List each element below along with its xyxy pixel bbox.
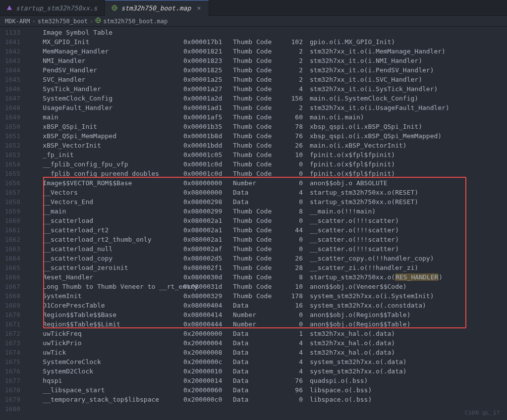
svg-marker-0	[7, 5, 12, 10]
table-row[interactable]: Region$$Table$$Base0x08000414Number0anon…	[27, 310, 507, 319]
search-match: RES_HANDLER	[395, 273, 439, 281]
table-row[interactable]: uwTickFreq0x20000000Data1stm32h7xx_hal.o…	[27, 329, 507, 338]
tab-label: startup_stm32h750xx.s	[16, 4, 97, 12]
editor[interactable]: 1133164116421643164416451646164716481649…	[0, 27, 507, 420]
table-row[interactable]: _fp_init0x00001c05Thumb Code10fpinit.o(x…	[27, 150, 507, 159]
breadcrumb-item[interactable]: MDK-ARM	[5, 18, 30, 25]
table-row[interactable]: __scatterload_zeroinit0x080002f1Thumb Co…	[27, 263, 507, 272]
table-row[interactable]: Image$$VECTOR_ROM$$Base0x08000000Number0…	[27, 178, 507, 188]
sticky-scroll-line[interactable]: Image Symbol Table	[27, 28, 507, 37]
table-row[interactable]: xBSP_VectorInit0x00001bddThumb Code26mai…	[27, 141, 507, 150]
table-row[interactable]: __libspace_start0x20000060Data96libspace…	[27, 385, 507, 395]
table-row[interactable]: __scatterload_rt2_thumb_only0x080002a1Th…	[27, 235, 507, 244]
table-row[interactable]: xBSP_QSpi_MemMapped0x00001b8dThumb Code7…	[27, 131, 507, 141]
table-row[interactable]: PendSV_Handler0x00001825Thumb Code2stm32…	[27, 65, 507, 75]
map-file-icon	[111, 4, 118, 11]
chevron-right-icon: ›	[90, 18, 93, 25]
asm-file-icon	[6, 4, 13, 11]
table-row[interactable]: Region$$Table$$Limit0x08000444Number0ano…	[27, 319, 507, 329]
watermark: CSDN @L_17	[465, 410, 500, 416]
table-row[interactable]: MemManage_Handler0x00001821Thumb Code2st…	[27, 47, 507, 56]
table-row[interactable]: MX_GPIO_Init0x000017b1Thumb Code102gpio.…	[27, 37, 507, 47]
table-row[interactable]: Long Thumb to Thumb Veneer to __rt_entry…	[27, 282, 507, 291]
tab-label: stm32h750_boot.map	[121, 4, 191, 12]
breadcrumb: MDK-ARM › stm32h750_boot › stm32h750_boo…	[0, 16, 507, 27]
table-row[interactable]: SystemCoreClock0x2000000cData4system_stm…	[27, 357, 507, 367]
table-row[interactable]: SystemClock_Config0x00001a2dThumb Code15…	[27, 94, 507, 103]
line-gutter: 1133164116421643164416451646164716481649…	[0, 27, 27, 420]
tab-startup-s[interactable]: startup_stm32h750xx.s	[0, 0, 105, 16]
breadcrumb-item[interactable]: stm32h750_boot	[38, 18, 88, 25]
tab-bar: startup_stm32h750xx.s stm32h750_boot.map…	[0, 0, 507, 16]
table-row[interactable]: NMI_Handler0x00001823Thumb Code2stm32h7x…	[27, 56, 507, 65]
table-row[interactable]: __main0x08000299Thumb Code8__main.o(!!!m…	[27, 207, 507, 216]
table-row[interactable]: __scatterload_rt20x080002a1Thumb Code44_…	[27, 225, 507, 235]
table-row[interactable]: SystemD2Clock0x20000010Data4system_stm32…	[27, 367, 507, 376]
breadcrumb-item[interactable]: stm32h750_boot.map	[103, 18, 168, 25]
table-row[interactable]: uwTick0x20000008Data4stm32h7xx_hal.o(.da…	[27, 348, 507, 357]
table-row[interactable]: UsageFault_Handler0x00001ad1Thumb Code2s…	[27, 103, 507, 112]
table-row[interactable]: hqspi0x20000014Data76quadspi.o(.bss)	[27, 376, 507, 385]
table-row[interactable]: SystemInit0x08000329Thumb Code178system_…	[27, 291, 507, 301]
table-row[interactable]: __scatterload_copy0x080002d5Thumb Code26…	[27, 254, 507, 263]
table-row[interactable]: __scatterload0x080002a1Thumb Code0__scat…	[27, 216, 507, 225]
table-row[interactable]: __Vectors0x08000000Data4startup_stm32h75…	[27, 188, 507, 197]
table-row[interactable]: uwTickPrio0x20000004Data4stm32h7xx_hal.o…	[27, 338, 507, 348]
table-row[interactable]: xBSP_QSpi_Init0x00001b35Thumb Code78xbsp…	[27, 122, 507, 131]
table-row[interactable]: Reset_Handler0x0800030dThumb Code8startu…	[27, 272, 507, 282]
code-area[interactable]: Image Symbol Table MX_GPIO_Init0x000017b…	[27, 27, 507, 420]
chevron-right-icon: ›	[32, 18, 36, 25]
table-row[interactable]: __scatterload_null0x080002afThumb Code0_…	[27, 244, 507, 254]
close-icon[interactable]: ×	[197, 4, 201, 12]
table-row[interactable]: __Vectors_End0x08000298Data0startup_stm3…	[27, 197, 507, 207]
map-file-icon	[95, 17, 101, 25]
table-row[interactable]: main0x00001af5Thumb Code60main.o(i.main)	[27, 112, 507, 122]
table-row[interactable]: __fplib_config_pureend_doubles0x00001c0d…	[27, 169, 507, 178]
table-row[interactable]: SVC_Handler0x00001a25Thumb Code2stm32h7x…	[27, 75, 507, 84]
tab-boot-map[interactable]: stm32h750_boot.map ×	[105, 0, 209, 16]
table-row[interactable]: SysTick_Handler0x00001a27Thumb Code4stm3…	[27, 84, 507, 94]
table-row[interactable]: D1CorePrescTable0x08000404Data16system_s…	[27, 301, 507, 310]
table-row[interactable]: __fplib_config_fpu_vfp0x00001c0dThumb Co…	[27, 159, 507, 169]
table-row[interactable]: __temporary_stack_top$libspace0x200000c0…	[27, 395, 507, 404]
